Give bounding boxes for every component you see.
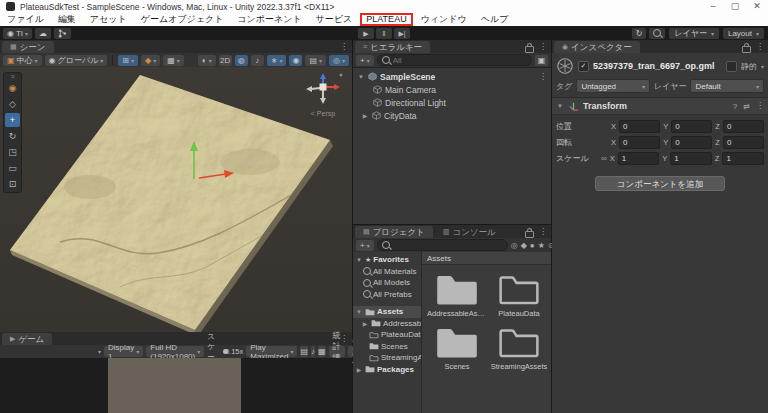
scale-x-field[interactable] [618,152,660,165]
hierarchy-search-input[interactable] [393,56,527,65]
layout-dropdown[interactable]: Layout ▾ [723,28,764,39]
add-component-button[interactable]: コンポーネントを追加 [595,176,725,191]
tree-row-scenes[interactable]: Scenes [353,341,421,353]
filter-type-icon[interactable]: ◆ [521,241,527,250]
menu-gameobject[interactable]: ゲームオブジェクト [134,13,231,26]
persp-label[interactable]: < Persp [300,110,346,117]
game-view[interactable] [0,358,352,413]
foldout-icon[interactable]: ▼ [355,257,363,263]
tab-hierarchy[interactable]: ≡ ヒエラルキー [355,41,430,53]
open-search-icon[interactable]: ◎ [511,241,518,250]
view-tool-button[interactable]: ◉ [5,81,20,95]
panel-menu-icon[interactable]: ⋮ [340,41,348,53]
transform-tool-button[interactable]: ⊡ [5,177,20,191]
rotate-tool-button[interactable]: ↻ [5,129,20,143]
lock-icon[interactable] [525,231,534,238]
orientation-dropdown[interactable]: ◉ グローバル ▾ [45,55,108,66]
shading-mode-dropdown[interactable]: ◐ ▾ [198,55,216,66]
transform-component-header[interactable]: ▼ Transform ? ⇄ ⋮ [552,98,768,115]
rotation-y-field[interactable] [671,136,712,149]
display-dropdown[interactable]: Display 1 ▾ [104,346,143,357]
scale-y-field[interactable] [670,152,712,165]
component-menu-icon[interactable]: ⋮ [756,100,764,112]
effects-dropdown[interactable]: ∗ ▾ [267,55,287,66]
project-breadcrumb[interactable]: Assets [422,252,551,265]
stats-button[interactable]: 統計情報 [329,346,345,357]
maximize-button[interactable]: ▢ [724,0,746,13]
create-button[interactable]: + ▾ [356,55,374,66]
rotation-z-field[interactable] [723,136,764,149]
resolution-dropdown[interactable]: Full HD (1920x1080) ▾ [146,346,204,357]
layers-dropdown[interactable]: レイヤー ▾ [669,28,719,39]
tree-row-favorites[interactable]: ▼ ★ Favorites [353,254,421,266]
panel-menu-icon[interactable]: ⋮ [756,41,764,53]
project-searchbox[interactable] [377,239,508,251]
folder-scenes[interactable]: Scenes [426,324,488,371]
layer-dropdown[interactable]: Default ▾ [690,79,764,93]
orientation-gizmo[interactable]: < Persp [300,71,346,117]
scale-tool-button[interactable]: ◳ [5,145,20,159]
menu-plateau[interactable]: PLATEAU [360,13,412,26]
position-x-field[interactable] [619,120,660,133]
mute-audio-button[interactable]: ♪ [311,346,315,357]
tab-project[interactable]: ▤ プロジェクト [355,226,433,238]
tree-row-assets[interactable]: ▼ Assets [353,306,421,318]
uniform-scale-link-icon[interactable]: ∞ [601,154,607,163]
filter-label-icon[interactable]: ● [530,241,535,250]
menu-window[interactable]: ウィンドウ [414,13,474,26]
overlay-grip[interactable]: ≡ [10,73,14,80]
foldout-icon[interactable]: ▶ [361,112,369,119]
hierarchy-row-directional-light[interactable]: Directional Light [353,96,551,109]
tree-row-all-models[interactable]: All Models [353,277,421,289]
scene-viewport[interactable]: ≡ ◉ ◇ + ↻ ◳ ▭ ⊡ [0,67,352,332]
tree-row-packages[interactable]: ▶ Packages [353,364,421,376]
foldout-icon[interactable]: ▼ [556,103,564,109]
camera-settings-dropdown[interactable]: ▤ ▾ [305,55,326,66]
folder-addressableasset[interactable]: AddressableAsse… [426,271,488,318]
menu-component[interactable]: コンポーネント [230,13,308,26]
foldout-icon[interactable]: ▶ [355,366,363,373]
grid-snap-button[interactable]: ⊞ ▾ [118,55,138,66]
play-button[interactable]: ▶ [358,28,374,39]
cloud-button[interactable]: ☁ [35,28,51,39]
menu-edit[interactable]: 編集 [51,13,83,26]
2d-toggle[interactable]: 2D [219,55,232,66]
tree-row-all-materials[interactable]: All Materials [353,266,421,278]
minimize-button[interactable]: – [702,0,724,13]
panel-menu-icon[interactable]: ⋮ [340,333,348,345]
vsync-button[interactable]: ▦ [318,346,326,357]
hierarchy-row-main-camera[interactable]: Main Camera [353,83,551,96]
project-search-input[interactable] [393,241,503,250]
move-tool-button[interactable]: + [5,113,20,127]
folder-plateaudata[interactable]: PlateauData [488,271,550,318]
rect-tool-button[interactable]: ▭ [5,161,20,175]
active-checkbox[interactable]: ✓ [578,61,589,72]
help-icon[interactable]: ? [733,102,737,111]
menu-help[interactable]: ヘルプ [474,13,516,26]
account-button[interactable]: ◉ TI ▾ [3,28,32,39]
position-z-field[interactable] [723,120,764,133]
lock-icon[interactable] [742,46,751,53]
scale-z-field[interactable] [722,152,764,165]
folder-streamingassets[interactable]: StreamingAssets [488,324,550,371]
move-snap-button[interactable]: ▦ ▾ [163,55,184,66]
tab-game[interactable]: ▶ ゲーム [2,333,52,345]
search-button[interactable] [649,28,665,39]
tab-scene[interactable]: ▦ シーン [2,41,54,53]
panel-menu-icon[interactable]: ⋮ [539,41,547,53]
foldout-icon[interactable]: ▼ [357,74,365,80]
gizmos-dropdown[interactable]: ◎ ▾ [329,55,349,66]
static-checkbox[interactable] [726,61,737,72]
audio-toggle[interactable]: ♪ [251,55,264,66]
play-maximized-dropdown[interactable]: Play Maximized ▾ [246,346,297,357]
favorites-filter-icon[interactable]: ★ [538,241,545,250]
scene-options-icon[interactable]: ⋮ [539,71,551,83]
position-y-field[interactable] [671,120,712,133]
tree-row-addressableasset[interactable]: ▶ AddressableAsset [353,318,421,330]
menu-file[interactable]: ファイル [0,13,51,26]
hand-tool-button[interactable]: ◇ [5,97,20,111]
static-dropdown-icon[interactable]: ▾ [761,63,764,70]
lighting-toggle[interactable]: ◍ [235,55,248,66]
tree-row-all-prefabs[interactable]: All Prefabs [353,289,421,301]
tag-dropdown[interactable]: Untagged ▾ [576,79,650,93]
